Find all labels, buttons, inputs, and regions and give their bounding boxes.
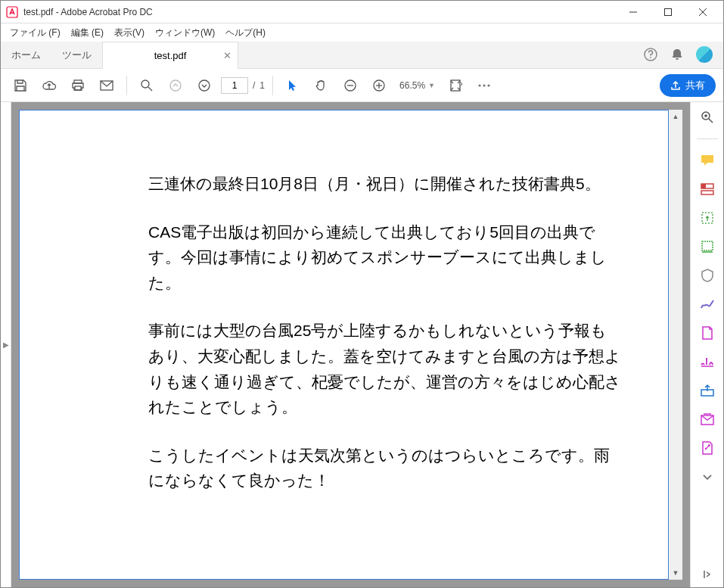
svg-line-24 (709, 119, 713, 123)
svg-point-12 (170, 80, 181, 91)
create-pdf-tool-icon[interactable] (698, 324, 716, 342)
fill-sign-tool-icon[interactable] (698, 180, 716, 198)
document-viewport[interactable]: 三連休の最終日10月8日（月・祝日）に開催された技術書典5。 CAS電子出版は初… (11, 102, 690, 587)
protect-tool-icon[interactable] (698, 266, 716, 285)
menu-help[interactable]: ヘルプ(H) (221, 25, 270, 41)
title-bar: test.pdf - Adobe Acrobat Pro DC (1, 1, 723, 23)
menu-file[interactable]: ファイル (F) (5, 25, 65, 41)
panel-separator (697, 138, 718, 139)
minimize-button[interactable] (616, 1, 651, 23)
page-separator: / (253, 80, 255, 91)
window-title: test.pdf - Adobe Acrobat Pro DC (23, 7, 616, 17)
page-up-button[interactable] (163, 73, 188, 98)
share-button[interactable]: 共有 (660, 74, 716, 97)
cloud-button[interactable] (37, 73, 61, 98)
select-tool-button[interactable] (281, 73, 305, 98)
tab-bar: ホーム ツール test.pdf ✕ (1, 42, 723, 69)
left-panel-handle[interactable]: ▶ (1, 102, 11, 587)
paragraph-2: CAS電子出版は初回から連続して出典しており5回目の出典です。今回は事情により初… (148, 219, 623, 296)
page-total: 1 (259, 80, 265, 91)
svg-point-22 (487, 84, 489, 86)
toolbar-separator (272, 76, 273, 95)
menu-edit[interactable]: 編集 (E) (67, 25, 108, 41)
tab-document[interactable]: test.pdf ✕ (102, 42, 238, 69)
share-icon (670, 80, 681, 91)
edit-text-tool-icon[interactable] (698, 353, 716, 371)
svg-rect-2 (665, 8, 672, 15)
menu-bar: ファイル (F) 編集 (E) 表示(V) ウィンドウ(W) ヘルプ(H) (1, 23, 723, 42)
menu-window[interactable]: ウィンドウ(W) (151, 25, 219, 41)
toolbar-separator (126, 76, 127, 95)
compress-tool-icon[interactable] (698, 439, 716, 457)
help-icon[interactable] (643, 47, 658, 62)
fit-page-button[interactable] (443, 73, 468, 98)
right-tools-panel (690, 102, 723, 587)
svg-point-6 (650, 57, 651, 58)
svg-rect-29 (701, 184, 706, 188)
main-area: ▶ 三連休の最終日10月8日（月・祝日）に開催された技術書典5。 CAS電子出版… (1, 102, 723, 587)
tab-home[interactable]: ホーム (1, 42, 51, 68)
maximize-button[interactable] (651, 1, 685, 23)
organize-tool-icon[interactable] (698, 238, 716, 256)
share-button-label: 共有 (685, 79, 705, 92)
page-number-input[interactable] (221, 77, 248, 94)
collapse-panel-icon[interactable] (698, 569, 716, 587)
svg-point-13 (199, 80, 210, 91)
hand-tool-button[interactable] (309, 73, 334, 98)
page-indicator: / 1 (221, 77, 265, 94)
close-window-button[interactable] (685, 1, 720, 23)
scroll-down-button[interactable]: ▼ (669, 566, 682, 580)
svg-point-21 (483, 84, 485, 86)
zoom-out-button[interactable] (338, 73, 362, 98)
paragraph-4: こうしたイベントは天気次第というのはつらいところです。雨にならなくて良かった！ (148, 443, 623, 493)
zoom-in-button[interactable] (367, 73, 391, 98)
tab-document-label: test.pdf (154, 50, 187, 61)
more-tools-button[interactable] (472, 73, 496, 98)
print-button[interactable] (66, 73, 90, 98)
notifications-icon[interactable] (670, 48, 684, 61)
svg-line-11 (148, 87, 152, 91)
combine-tool-icon[interactable] (698, 410, 716, 428)
svg-rect-31 (702, 241, 713, 250)
vertical-scrollbar[interactable]: ▲ ▼ (669, 110, 682, 580)
export-tool-icon[interactable] (698, 209, 716, 227)
zoom-level-dropdown[interactable]: 66.5% ▼ (396, 78, 439, 93)
svg-point-20 (478, 84, 480, 86)
send-tool-icon[interactable] (698, 381, 716, 400)
save-button[interactable] (8, 73, 33, 98)
sign-tool-icon[interactable] (698, 295, 716, 313)
page-down-button[interactable] (192, 73, 216, 98)
menu-view[interactable]: 表示(V) (110, 25, 149, 41)
tab-close-icon[interactable]: ✕ (223, 50, 231, 61)
svg-point-10 (141, 80, 149, 88)
email-button[interactable] (95, 73, 119, 98)
account-avatar[interactable] (696, 46, 713, 63)
tab-tools[interactable]: ツール (51, 42, 102, 68)
pdf-page: 三連休の最終日10月8日（月・祝日）に開催された技術書典5。 CAS電子出版は初… (19, 110, 669, 580)
svg-rect-8 (75, 86, 81, 90)
scroll-up-button[interactable]: ▲ (669, 110, 682, 123)
more-tools-icon[interactable] (698, 468, 716, 486)
svg-rect-28 (701, 191, 713, 194)
zoom-level-label: 66.5% (399, 80, 425, 91)
app-icon (5, 5, 19, 19)
chevron-down-icon: ▼ (428, 82, 435, 89)
toolbar: / 1 66.5% ▼ 共有 (1, 69, 723, 102)
paragraph-3: 事前には大型の台風25号が上陸するかもしれないという予報もあり、大変心配しました… (148, 318, 623, 419)
search-panel-icon[interactable] (698, 108, 716, 126)
paragraph-1: 三連休の最終日10月8日（月・祝日）に開催された技術書典5。 (148, 171, 623, 197)
comment-tool-icon[interactable] (698, 151, 716, 170)
search-button[interactable] (135, 73, 159, 98)
